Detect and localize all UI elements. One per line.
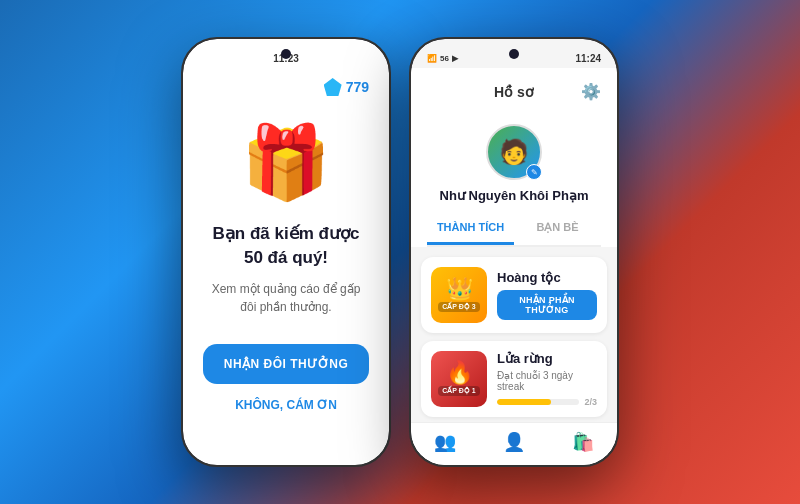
phone-profile: 📶 56 ▶ 11:24 Hồ sơ ⚙️ 🧑 ✎ Như Nguyên Khô… (409, 37, 619, 467)
achievements-list: 👑 CẤP ĐỘ 3 Hoàng tộc NHẬN PHẦN THƯỞNG 🔥 … (411, 247, 617, 422)
badge-hoang-toc: 👑 CẤP ĐỘ 3 (431, 267, 487, 323)
gem-counter: 779 (324, 78, 369, 96)
progress-text: 2/3 (584, 397, 597, 407)
nav-community[interactable]: 👥 (434, 431, 456, 453)
achievement-info-2: Lửa rừng Đạt chuỗi 3 ngày streak 2/3 (497, 351, 597, 407)
progress-fill (497, 399, 551, 405)
achievement-card-lua-rung: 🔥 CẤP ĐỘ 1 Lửa rừng Đạt chuỗi 3 ngày str… (421, 341, 607, 417)
achievement-card-hoang-toc: 👑 CẤP ĐỘ 3 Hoàng tộc NHẬN PHẦN THƯỞNG (421, 257, 607, 333)
reward-subtitle: Xem một quảng cáo để gấp đôi phần thưởng… (203, 280, 369, 316)
double-reward-button[interactable]: NHẬN ĐÔI THƯỞNG (203, 344, 369, 384)
avatar-wrapper: 🧑 ✎ (486, 124, 542, 180)
camera-notch (281, 49, 291, 59)
achievement-name-2: Lửa rừng (497, 351, 597, 366)
signal-strength: 56 (440, 54, 449, 63)
achievement-info-1: Hoàng tộc NHẬN PHẦN THƯỞNG (497, 270, 597, 320)
progress-bar-container: 2/3 (497, 397, 597, 407)
nav-shop[interactable]: 🛍️ (572, 431, 594, 453)
phone-reward: 11:23 779 🎁 Bạn đã kiếm được 50 đá quý! … (181, 37, 391, 467)
time-display-2: 11:24 (575, 53, 601, 64)
profile-section: 🧑 ✎ Như Nguyên Khôi Phạm THÀNH TÍCH BẠN … (411, 112, 617, 247)
status-left: 📶 56 ▶ (427, 54, 458, 63)
progress-bar (497, 399, 579, 405)
claim-reward-button[interactable]: NHẬN PHẦN THƯỞNG (497, 290, 597, 320)
badge-lua-rung: 🔥 CẤP ĐỘ 1 (431, 351, 487, 407)
phones-container: 11:23 779 🎁 Bạn đã kiếm được 50 đá quý! … (181, 37, 619, 467)
reward-content: 779 🎁 Bạn đã kiếm được 50 đá quý! Xem mộ… (183, 68, 389, 465)
badge-level-2: CẤP ĐỘ 1 (438, 386, 479, 396)
badge-emoji-fire: 🔥 (446, 362, 473, 384)
camera-notch-2 (509, 49, 519, 59)
header-title: Hồ sơ (494, 84, 534, 100)
decline-button[interactable]: KHÔNG, CÁM ƠN (235, 398, 337, 412)
gem-icon (324, 78, 342, 96)
achievement-name-1: Hoàng tộc (497, 270, 597, 285)
tabs-row: THÀNH TÍCH BẠN BÈ (427, 213, 601, 247)
settings-icon[interactable]: ⚙️ (581, 82, 601, 102)
tab-friends[interactable]: BẠN BÈ (514, 213, 601, 245)
badge-emoji-crown: 👑 (446, 278, 473, 300)
avatar-edit-icon[interactable]: ✎ (526, 164, 542, 180)
user-name: Như Nguyên Khôi Phạm (440, 188, 589, 203)
play-icon: ▶ (452, 54, 458, 63)
treasure-chest: 🎁 (241, 126, 331, 198)
gem-count: 779 (346, 79, 369, 95)
profile-header: Hồ sơ ⚙️ (411, 68, 617, 112)
achievement-desc-2: Đạt chuỗi 3 ngày streak (497, 370, 597, 392)
nav-profile[interactable]: 👤 (503, 431, 525, 453)
bottom-nav: 👥 👤 🛍️ (411, 422, 617, 465)
badge-level-1: CẤP ĐỘ 3 (438, 302, 479, 312)
reward-title: Bạn đã kiếm được 50 đá quý! (203, 222, 369, 270)
wifi-icon: 📶 (427, 54, 437, 63)
tab-achievements[interactable]: THÀNH TÍCH (427, 213, 514, 245)
